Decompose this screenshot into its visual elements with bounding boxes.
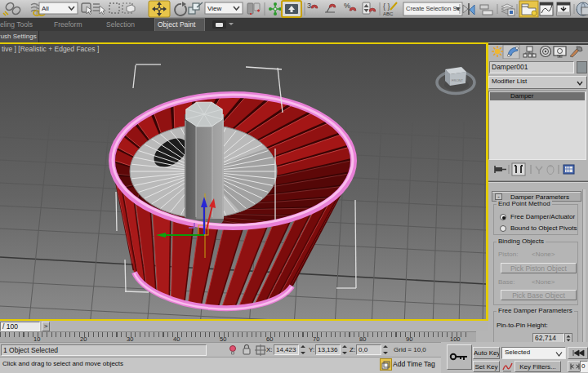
svg-text:%: % (344, 2, 350, 10)
svg-text:All: All (42, 5, 49, 12)
svg-text:View: View (207, 5, 221, 12)
svg-text:FRONT: FRONT (452, 78, 463, 82)
svg-text:{ }: { } (383, 2, 390, 11)
svg-text:ABC: ABC (383, 11, 394, 16)
svg-text:tive ] [Realistic + Edged Face: tive ] [Realistic + Edged Faces ] (2, 45, 99, 53)
svg-text:3: 3 (307, 2, 311, 10)
svg-text:Create Selection Se: Create Selection Se (406, 5, 461, 12)
